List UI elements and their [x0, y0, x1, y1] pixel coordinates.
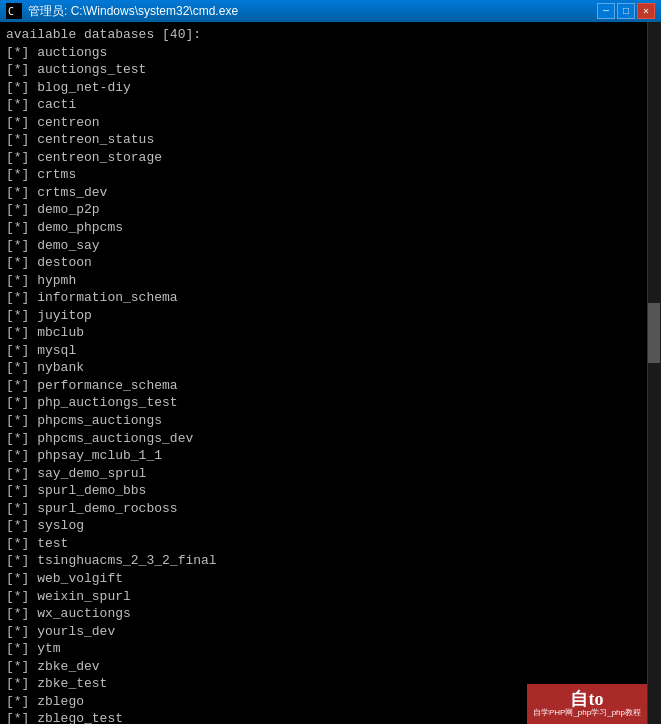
title-bar: C 管理员: C:\Windows\system32\cmd.exe ─ □ ✕	[0, 0, 661, 22]
svg-text:C: C	[8, 6, 14, 17]
cmd-icon: C	[6, 3, 22, 19]
minimize-button[interactable]: ─	[597, 3, 615, 19]
terminal-area: available databases [40]: [*] auctiongs …	[0, 22, 661, 724]
title-bar-controls: ─ □ ✕	[597, 3, 655, 19]
close-button[interactable]: ✕	[637, 3, 655, 19]
watermark-subtitle: 自学PHP网_php学习_php教程	[533, 708, 641, 718]
watermark-logo: 自to	[570, 690, 603, 708]
scrollbar[interactable]	[647, 22, 661, 724]
title-bar-left: C 管理员: C:\Windows\system32\cmd.exe	[6, 3, 238, 20]
terminal-output: available databases [40]: [*] auctiongs …	[6, 26, 655, 724]
maximize-button[interactable]: □	[617, 3, 635, 19]
watermark-inner: 自to 自学PHP网_php学习_php教程	[533, 690, 641, 718]
title-bar-text: 管理员: C:\Windows\system32\cmd.exe	[28, 3, 238, 20]
watermark: 自to 自学PHP网_php学习_php教程	[527, 684, 647, 724]
scrollbar-thumb[interactable]	[648, 303, 660, 363]
